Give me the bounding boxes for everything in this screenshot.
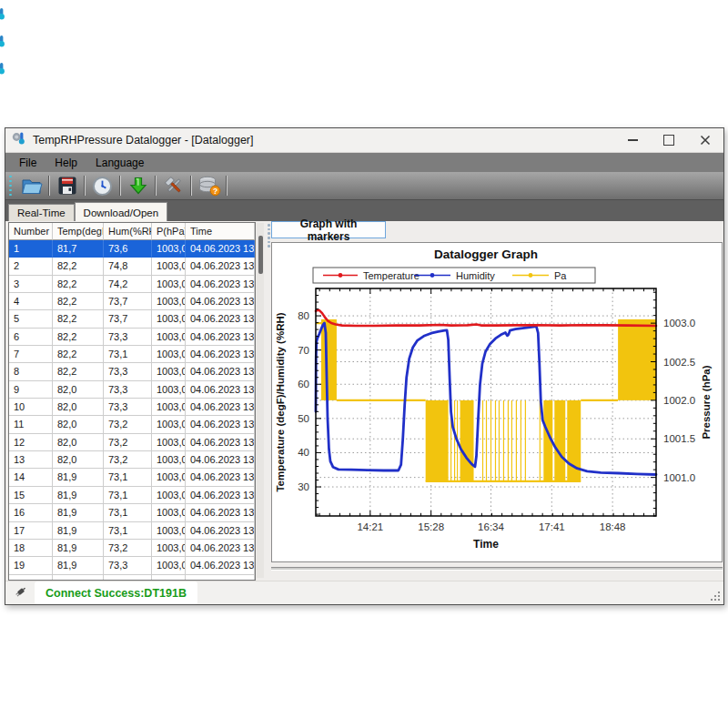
svg-text:70: 70 bbox=[298, 345, 309, 356]
table-cell: 04.06.2023 13... bbox=[186, 381, 255, 399]
svg-text:1003.0: 1003.0 bbox=[663, 318, 695, 329]
data-table[interactable]: NumberTemp(degF)Hum(%RH)P(hPa)Time181,77… bbox=[8, 222, 256, 581]
table-cell: 10 bbox=[9, 399, 53, 416]
save-floppy-button[interactable] bbox=[53, 174, 81, 197]
table-cell: 04.06.2023 13... bbox=[186, 293, 255, 310]
svg-text:40: 40 bbox=[298, 447, 309, 458]
table-cell: 04.06.2023 13... bbox=[186, 504, 255, 521]
table-cell: 82,0 bbox=[53, 451, 104, 469]
status-bar: Connect Success:DT191B bbox=[5, 581, 723, 604]
table-cell: 82,2 bbox=[53, 258, 104, 275]
svg-text:?: ? bbox=[212, 187, 217, 196]
table-cell: 6 bbox=[9, 329, 53, 346]
column-header-phpa[interactable]: P(hPa) bbox=[152, 223, 186, 240]
table-cell: 3 bbox=[9, 276, 53, 293]
table-cell: 9 bbox=[9, 381, 53, 399]
clock-button[interactable] bbox=[88, 174, 116, 197]
table-row[interactable]: 1182,073,21003,004.06.2023 13... bbox=[9, 416, 255, 433]
page: { "page": { "edge_icons": [ {"name": "ap… bbox=[0, 0, 728, 728]
column-header-number[interactable]: Number bbox=[9, 223, 53, 240]
table-row[interactable]: 1282,073,21003,004.06.2023 13... bbox=[9, 434, 255, 451]
table-cell: 15 bbox=[9, 487, 53, 504]
toolbar-separator bbox=[48, 176, 50, 196]
table-row[interactable]: 282,274,81003,004.06.2023 13... bbox=[9, 258, 255, 275]
scrollbar-thumb[interactable] bbox=[258, 236, 263, 274]
table-cell: 1003,0 bbox=[152, 276, 186, 293]
table-cell: 04.06.2023 13... bbox=[186, 258, 255, 275]
minimize-button[interactable] bbox=[614, 128, 651, 152]
column-header-humrh[interactable]: Hum(%RH) bbox=[104, 223, 152, 240]
table-row[interactable]: 982,073,31003,004.06.2023 13... bbox=[9, 381, 255, 399]
table-cell: 1003,0 bbox=[152, 329, 186, 346]
download-arrow-button[interactable] bbox=[124, 174, 152, 197]
table-row[interactable]: 1781,973,11003,004.06.2023 13... bbox=[9, 522, 255, 540]
tools-button[interactable] bbox=[159, 174, 187, 197]
maximize-button[interactable] bbox=[651, 128, 687, 152]
svg-text:18:48: 18:48 bbox=[600, 521, 626, 532]
table-cell: 73,3 bbox=[104, 557, 152, 574]
menu-item-file[interactable]: File bbox=[10, 154, 46, 172]
table-row[interactable]: 882,273,31003,004.06.2023 13... bbox=[9, 363, 255, 380]
table-row[interactable]: 482,273,71003,004.06.2023 13... bbox=[9, 293, 255, 310]
table-cell: 82,2 bbox=[53, 363, 104, 380]
table-row[interactable]: 682,273,31003,004.06.2023 13... bbox=[9, 329, 255, 346]
table-cell: 12 bbox=[9, 434, 53, 451]
open-folder-button[interactable] bbox=[17, 174, 46, 197]
table-cell: 1003,0 bbox=[152, 310, 186, 328]
resize-grip[interactable] bbox=[711, 592, 721, 602]
database-help-button[interactable]: ? bbox=[195, 174, 223, 197]
toolbar-grip[interactable] bbox=[9, 176, 15, 196]
table-row[interactable]: 181,773,61003,004.06.2023 13... bbox=[9, 240, 255, 258]
table-row[interactable]: 1382,073,21003,004.06.2023 13... bbox=[9, 451, 255, 469]
table-row[interactable]: 582,273,71003,004.06.2023 13... bbox=[9, 310, 255, 328]
table-cell: 8 bbox=[9, 363, 53, 380]
tab-download-open[interactable]: Download/Open bbox=[75, 202, 167, 222]
svg-text:17:41: 17:41 bbox=[539, 521, 565, 532]
table-cell: 1003,0 bbox=[152, 399, 186, 416]
table-cell: 2 bbox=[9, 258, 53, 275]
column-header-tempdegf[interactable]: Temp(degF) bbox=[53, 223, 104, 240]
svg-text:16:34: 16:34 bbox=[478, 521, 504, 532]
table-vertical-scrollbar[interactable] bbox=[257, 223, 264, 578]
table-cell: 82,2 bbox=[53, 346, 104, 363]
table-cell: 73,3 bbox=[104, 363, 152, 380]
table-row[interactable]: 382,274,21003,004.06.2023 13... bbox=[9, 276, 255, 293]
table-cell: 11 bbox=[9, 416, 53, 433]
table-cell: 1003,0 bbox=[152, 258, 186, 275]
column-header-time[interactable]: Time bbox=[186, 223, 255, 240]
table-cell: 1003,0 bbox=[152, 240, 186, 258]
table-cell: 17 bbox=[9, 522, 53, 540]
graph-panel: Graph with markers 14:2115:2816:3417:411… bbox=[270, 221, 723, 581]
table-cell: 73,1 bbox=[104, 469, 152, 486]
table-row[interactable]: 1681,973,11003,004.06.2023 13... bbox=[9, 504, 255, 521]
table-row[interactable]: 1082,073,31003,004.06.2023 13... bbox=[9, 399, 255, 416]
table-row[interactable]: 1881,973,21003,004.06.2023 13... bbox=[9, 540, 255, 557]
tab-real-time[interactable]: Real-Time bbox=[8, 204, 75, 222]
table-cell: 04.06.2023 13... bbox=[186, 346, 255, 363]
table-cell: 04.06.2023 13... bbox=[186, 434, 255, 451]
table-cell: 73,7 bbox=[104, 310, 152, 328]
table-cell: 1003,0 bbox=[152, 469, 186, 486]
table-cell: 73,2 bbox=[104, 434, 152, 451]
table-cell: 73,3 bbox=[104, 329, 152, 346]
title-bar: TempRHPressure Datalogger - [Datalogger] bbox=[5, 128, 723, 153]
table-cell: 4 bbox=[9, 293, 53, 310]
graph-with-markers-button[interactable]: Graph with markers bbox=[271, 221, 386, 238]
tools-icon bbox=[163, 176, 185, 196]
table-cell: 81,9 bbox=[53, 504, 104, 521]
close-button[interactable] bbox=[687, 128, 723, 152]
table-row[interactable]: 1481,973,11003,004.06.2023 13... bbox=[9, 469, 255, 486]
table-cell: 1003,0 bbox=[152, 434, 186, 451]
menu-item-language[interactable]: Language bbox=[86, 154, 153, 172]
table-cell: 73,2 bbox=[104, 451, 152, 469]
table-cell: 73,2 bbox=[104, 540, 152, 557]
clock-icon bbox=[92, 176, 113, 197]
table-cell: 1003,0 bbox=[152, 557, 186, 574]
table-cell: 7 bbox=[9, 346, 53, 363]
table-row[interactable]: 782,273,11003,004.06.2023 13... bbox=[9, 346, 255, 363]
menu-item-help[interactable]: Help bbox=[46, 154, 86, 172]
table-cell: 81,7 bbox=[53, 240, 104, 258]
table-row[interactable]: 1981,973,31003,004.06.2023 13... bbox=[9, 557, 255, 574]
table-cell: 73,6 bbox=[104, 240, 152, 258]
table-row[interactable]: 1581,973,11003,004.06.2023 13... bbox=[9, 487, 255, 504]
